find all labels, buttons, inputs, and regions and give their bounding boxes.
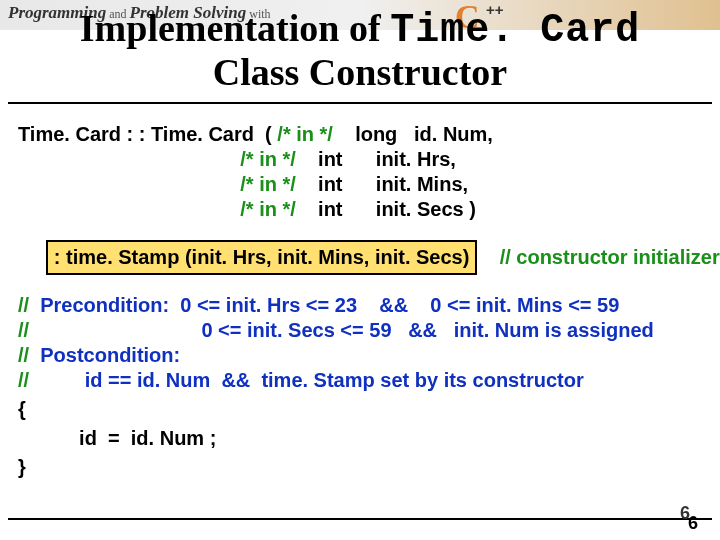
- body-close: }: [18, 455, 702, 480]
- page-number-front: 6: [688, 513, 698, 534]
- pre-line-2: // Postcondition:: [18, 343, 702, 368]
- title-classname: Time. Card: [390, 8, 640, 53]
- sig-1c: int init. Hrs,: [296, 148, 456, 170]
- code-box: Time. Card : : Time. Card ( /* in */ lon…: [8, 102, 712, 520]
- title-line2: Class Constructor: [213, 51, 507, 93]
- sig-0a: Time. Card : : Time. Card (: [18, 123, 277, 145]
- body-open: {: [18, 397, 702, 422]
- pre0: Precondition: 0 <= init. Hrs <= 23 && 0 …: [40, 294, 619, 316]
- init-tail: [477, 246, 499, 268]
- sig-3c: int init. Secs ): [296, 198, 476, 220]
- sig-pad2: [18, 173, 240, 195]
- pre1: 0 <= init. Secs <= 59 && init. Num is as…: [40, 319, 654, 341]
- sig-pad3: [18, 198, 240, 220]
- pre-line-0: // Precondition: 0 <= init. Hrs <= 23 &&…: [18, 293, 702, 318]
- initializer-line: : time. Stamp (init. Hrs, init. Mins, in…: [18, 240, 702, 275]
- sig-pad1: [18, 148, 240, 170]
- body-stmt: id = id. Num ;: [18, 426, 702, 451]
- sig-1-comment: /* in */: [240, 148, 296, 170]
- sig-2c: int init. Mins,: [296, 173, 468, 195]
- signature-row-1: /* in */ int init. Hrs,: [18, 147, 702, 172]
- signature-row-3: /* in */ int init. Secs ): [18, 197, 702, 222]
- sig-2-comment: /* in */: [240, 173, 296, 195]
- initializer-box: : time. Stamp (init. Hrs, init. Mins, in…: [46, 240, 478, 275]
- title-part1: Implementation of: [80, 7, 390, 49]
- sig-3-comment: /* in */: [240, 198, 296, 220]
- init-comment: // constructor initializer: [500, 246, 720, 268]
- sig-0-comment: /* in */: [277, 123, 333, 145]
- sig-0c: long id. Num,: [333, 123, 493, 145]
- signature-row-0: Time. Card : : Time. Card ( /* in */ lon…: [18, 122, 702, 147]
- signature-row-2: /* in */ int init. Mins,: [18, 172, 702, 197]
- slide-title: Implementation of Time. Card Class Const…: [0, 8, 720, 93]
- pre3: id == id. Num && time. Stamp set by its …: [40, 369, 583, 391]
- pre-line-3: // id == id. Num && time. Stamp set by i…: [18, 368, 702, 393]
- init-lead: [18, 246, 46, 268]
- pre2: Postcondition:: [40, 344, 180, 366]
- contract-block: // Precondition: 0 <= init. Hrs <= 23 &&…: [18, 293, 702, 393]
- pre-line-1: // 0 <= init. Secs <= 59 && init. Num is…: [18, 318, 702, 343]
